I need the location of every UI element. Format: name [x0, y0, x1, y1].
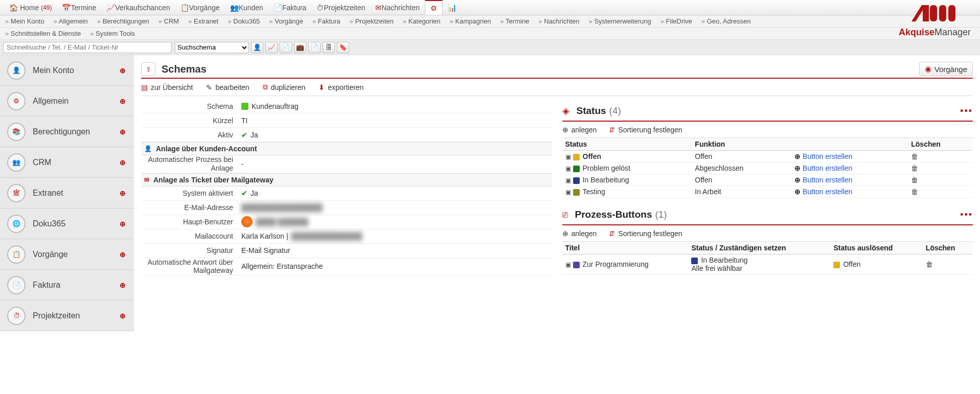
action-duplicate[interactable]: ⧉duplizieren: [263, 83, 306, 91]
action-export[interactable]: ⬇exportieren: [318, 83, 363, 91]
sidebar-item[interactable]: 🕸Extranet⊕: [0, 178, 134, 208]
nav-projektzeiten[interactable]: ⏱Projektzeiten: [311, 0, 370, 15]
sidebar-label: Doku365: [33, 219, 65, 228]
trash-icon[interactable]: 🗑: [911, 188, 918, 196]
search-schema-select[interactable]: Suchschema: [175, 42, 249, 53]
nav-home[interactable]: 🏠 Home (49): [4, 0, 57, 15]
nav-nachrichten[interactable]: ✉Nachrichten: [370, 0, 425, 15]
nav-settings[interactable]: ⚙: [425, 0, 443, 15]
toolbar-bookmark-icon[interactable]: 🔖: [337, 42, 349, 53]
toolbar-chart-icon[interactable]: 📈: [265, 42, 278, 53]
subnav-link[interactable]: Extranet: [188, 17, 218, 25]
trash-icon[interactable]: 🗑: [911, 176, 918, 184]
create-button-link[interactable]: Button erstellen: [803, 176, 852, 184]
mailaccount-blur: ██████████████: [291, 232, 362, 240]
subnav-link[interactable]: Mein Konto: [5, 17, 44, 25]
subnav-link[interactable]: Vorgänge: [269, 17, 303, 25]
plus-icon: ⊕: [794, 176, 801, 184]
subnav-link[interactable]: CRM: [158, 17, 179, 25]
sysakt-label: System aktiviert: [141, 189, 238, 197]
subnav-link[interactable]: FileDrive: [660, 17, 692, 25]
nav-stats[interactable]: 📊: [443, 0, 462, 15]
toolbar-archive-icon[interactable]: 🗄: [323, 42, 335, 53]
create-button-link[interactable]: Button erstellen: [803, 152, 852, 160]
action-overview[interactable]: ▤zur Übersicht: [141, 83, 193, 91]
subnav-link[interactable]: Schnittstellen & Dienste: [5, 30, 81, 37]
expand-icon[interactable]: ⊕: [120, 66, 126, 75]
expand-icon[interactable]: ⊕: [120, 312, 126, 320]
toolbar-file-icon[interactable]: 📄: [308, 42, 321, 53]
expand-icon[interactable]: ⊕: [120, 220, 126, 228]
create-button-link[interactable]: Button erstellen: [803, 188, 852, 196]
prozess-menu-icon[interactable]: •••: [960, 210, 973, 220]
top-nav: 🏠 Home (49) 📅Termine 📈Verkaufschancen 📋V…: [0, 0, 980, 15]
expand-icon[interactable]: ⊕: [120, 97, 126, 105]
subnav-link[interactable]: Doku365: [227, 17, 260, 25]
bars-icon: 📊: [448, 4, 457, 12]
status-sort-button[interactable]: ⇵Sortierung festlegen: [609, 126, 682, 134]
subnav-link[interactable]: Geo, Adressen: [701, 17, 751, 25]
create-button-link[interactable]: Button erstellen: [803, 164, 852, 172]
sidebar-label: Berechtigungen: [33, 127, 90, 136]
users-icon: 👥: [230, 4, 239, 12]
trash-icon[interactable]: 🗑: [911, 164, 918, 172]
vorgaenge-button[interactable]: Vorgänge: [919, 62, 973, 76]
subnav-link[interactable]: Allgemein: [54, 17, 88, 25]
status-row[interactable]: ▣In BearbeitungOffen⊕Button erstellen🗑: [562, 174, 973, 186]
mail-icon: ✉: [144, 176, 149, 183]
clipboard-icon: 📋: [180, 4, 189, 12]
status-menu-icon[interactable]: •••: [960, 106, 973, 117]
expand-icon[interactable]: ⊕: [120, 250, 126, 259]
action-edit[interactable]: ✎bearbeiten: [206, 83, 249, 91]
trash-icon[interactable]: 🗑: [911, 152, 918, 160]
expand-icon[interactable]: ⊕: [120, 128, 126, 136]
sidebar-item[interactable]: ⚙Allgemein⊕: [0, 86, 134, 117]
prozess-new-button[interactable]: ⊕anlegen: [562, 229, 597, 238]
subnav-link[interactable]: Berechtigungen: [97, 17, 149, 25]
th-delete: Löschen: [908, 138, 973, 151]
sidebar-item[interactable]: 👤Mein Konto⊕: [0, 55, 134, 86]
expand-icon[interactable]: ⊕: [120, 189, 126, 197]
subnav-link[interactable]: Systemerweiterung: [589, 17, 651, 25]
sidebar-item[interactable]: 🌐Doku365⊕: [0, 208, 134, 239]
sidebar-item[interactable]: ⏱Projektzeiten⊕: [0, 300, 134, 331]
status-row[interactable]: ▣TestingIn Arbeit⊕Button erstellen🗑: [562, 186, 973, 198]
sidebar-icon: 👤: [7, 61, 26, 80]
prozess-sort-button[interactable]: ⇵Sortierung festlegen: [609, 229, 682, 238]
trash-icon[interactable]: 🗑: [926, 260, 933, 268]
nav-termine[interactable]: 📅Termine: [57, 0, 101, 15]
status-row[interactable]: ▣Problem gelöstAbgeschlossen⊕Button erst…: [562, 163, 973, 174]
nav-vorgaenge[interactable]: 📋Vorgänge: [175, 0, 225, 15]
expand-icon[interactable]: ⊕: [120, 158, 126, 167]
nav-verkaufschancen[interactable]: 📈Verkaufschancen: [101, 0, 175, 15]
nav-faktura[interactable]: 📄Faktura: [268, 0, 311, 15]
subnav-link[interactable]: System Tools: [90, 30, 135, 37]
sidebar-icon: 📄: [7, 276, 26, 294]
quick-search-input[interactable]: [3, 42, 172, 53]
status-actions: ⊕anlegen ⇵Sortierung festlegen: [562, 122, 973, 138]
prozess-row[interactable]: ▣Zur ProgrammierungIn BearbeitungAlle fr…: [562, 254, 973, 274]
subnav-link[interactable]: Kampagnen: [450, 17, 491, 25]
toolbar-user-icon[interactable]: 👤: [251, 42, 263, 53]
aktiv-label: Aktiv: [141, 131, 238, 139]
nav-kunden[interactable]: 👥Kunden: [225, 0, 268, 15]
subnav-link[interactable]: Nachrichten: [538, 17, 579, 25]
expand-icon[interactable]: ⊕: [120, 281, 126, 289]
sidebar-item[interactable]: 👥CRM⊕: [0, 147, 134, 178]
status-new-button[interactable]: ⊕anlegen: [562, 126, 597, 134]
sidebar-item[interactable]: 📄Faktura⊕: [0, 270, 134, 300]
status-count: (4): [609, 105, 621, 117]
subnav-link[interactable]: Faktura: [312, 17, 340, 25]
sidebar-item[interactable]: 📋Vorgänge⊕: [0, 239, 134, 270]
toolbar-briefcase-icon[interactable]: 💼: [294, 42, 306, 53]
sidebar-icon: ⚙: [7, 92, 26, 110]
toolbar-doc-icon[interactable]: 📄: [280, 42, 292, 53]
subnav-link[interactable]: Termine: [500, 17, 530, 25]
sidebar: 👤Mein Konto⊕⚙Allgemein⊕📚Berechtigungen⊕👥…: [0, 55, 134, 331]
sidebar-item[interactable]: 📚Berechtigungen⊕: [0, 117, 134, 147]
home-badge: (49): [41, 4, 52, 11]
subnav-link[interactable]: Projektzeiten: [350, 17, 394, 25]
status-row[interactable]: ▣OffenOffen⊕Button erstellen🗑: [562, 151, 973, 163]
subnav-link[interactable]: Kategorien: [403, 17, 441, 25]
status-funktion: Abgeschlossen: [692, 163, 791, 174]
